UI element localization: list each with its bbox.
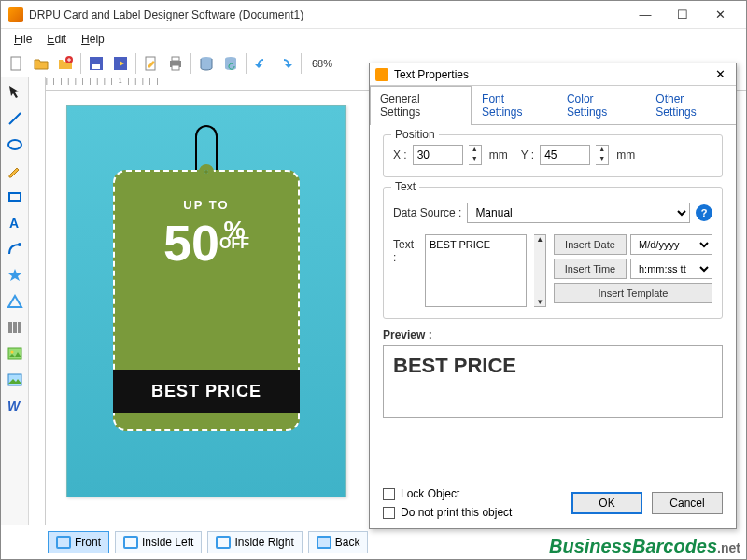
- svg-line-11: [9, 113, 21, 124]
- y-spinner[interactable]: ▲▼: [596, 145, 609, 165]
- tab-color-settings[interactable]: Color Settings: [557, 86, 645, 124]
- window-title: DRPU Card and Label Designer Software (D…: [29, 8, 627, 21]
- image-tool-icon[interactable]: [4, 343, 26, 365]
- menu-file[interactable]: File: [7, 31, 39, 48]
- tab-other-settings[interactable]: Other Settings: [645, 86, 736, 124]
- do-not-print-checkbox[interactable]: Do not print this object: [383, 506, 512, 519]
- menubar: File Edit Help: [1, 29, 746, 49]
- edit-doc-icon[interactable]: [140, 52, 162, 75]
- insert-template-button[interactable]: Insert Template: [554, 283, 712, 303]
- x-unit: mm: [489, 148, 508, 161]
- page-tabs: Front Inside Left Inside Right Back: [48, 531, 368, 553]
- wordart-tool-icon[interactable]: W: [4, 395, 26, 417]
- insert-time-button[interactable]: Insert Time: [554, 259, 627, 279]
- y-input[interactable]: [540, 145, 590, 165]
- position-legend: Position: [391, 128, 439, 141]
- dialog-tabs: General Settings Font Settings Color Set…: [370, 86, 736, 125]
- svg-point-23: [10, 351, 13, 354]
- svg-rect-8: [172, 65, 179, 70]
- new-doc-icon[interactable]: [6, 52, 28, 75]
- line-tool-icon[interactable]: [4, 107, 26, 130]
- lock-object-checkbox[interactable]: Lock Object: [383, 487, 512, 500]
- maximize-button[interactable]: ☐: [664, 2, 701, 28]
- datasource-select[interactable]: Manual: [467, 203, 690, 223]
- design-canvas[interactable]: UP TO 50%OFF BEST PRICE: [66, 105, 346, 497]
- pointer-tool-icon[interactable]: [4, 81, 26, 104]
- delete-icon[interactable]: [54, 52, 77, 75]
- svg-rect-24: [8, 374, 21, 385]
- date-format-select[interactable]: M/d/yyyy: [630, 234, 712, 255]
- time-format-select[interactable]: h:mm:ss tt: [630, 259, 712, 279]
- left-tool-palette: A W: [1, 77, 29, 525]
- page-tab-inside-left[interactable]: Inside Left: [115, 531, 202, 553]
- svg-text:W: W: [7, 399, 21, 413]
- preview-label: Preview :: [383, 329, 723, 342]
- barcode-tool-icon[interactable]: [4, 316, 26, 339]
- open-icon[interactable]: [30, 52, 52, 75]
- picture-tool-icon[interactable]: [4, 369, 26, 391]
- database-icon[interactable]: [195, 52, 218, 75]
- dialog-titlebar[interactable]: Text Properties ✕: [370, 63, 736, 86]
- menu-edit[interactable]: Edit: [39, 31, 74, 48]
- text-group: Text Data Source : Manual ? Text : ▲▼ In…: [383, 187, 723, 319]
- svg-rect-13: [9, 193, 21, 201]
- y-unit: mm: [616, 148, 635, 161]
- svg-text:A: A: [9, 216, 19, 231]
- svg-point-12: [8, 140, 21, 149]
- ellipse-tool-icon[interactable]: [4, 133, 26, 156]
- text-textarea[interactable]: [425, 234, 527, 307]
- page-tab-front[interactable]: Front: [48, 531, 109, 553]
- x-input[interactable]: [413, 145, 463, 165]
- datasource-label: Data Source :: [393, 206, 461, 219]
- svg-point-15: [18, 243, 21, 246]
- vertical-ruler: [29, 77, 46, 525]
- page-tab-inside-right[interactable]: Inside Right: [207, 531, 302, 553]
- close-button[interactable]: ✕: [701, 2, 739, 28]
- undo-icon[interactable]: [250, 52, 273, 75]
- print-icon[interactable]: [164, 52, 187, 75]
- help-icon[interactable]: ?: [696, 204, 712, 221]
- redo-icon[interactable]: [275, 52, 297, 75]
- watermark: BusinessBarcodes.net: [549, 536, 740, 557]
- triangle-tool-icon[interactable]: [4, 290, 26, 313]
- x-spinner[interactable]: ▲▼: [469, 145, 482, 165]
- x-label: X :: [393, 148, 407, 161]
- textarea-scrollbar[interactable]: ▲▼: [534, 234, 546, 307]
- y-label: Y :: [521, 148, 534, 161]
- zoom-level[interactable]: 68%: [308, 57, 336, 70]
- price-tag-graphic[interactable]: UP TO 50%OFF BEST PRICE: [113, 125, 300, 431]
- preview-box: BEST PRICE: [383, 345, 723, 418]
- minimize-button[interactable]: —: [627, 2, 664, 28]
- dialog-close-button[interactable]: ✕: [710, 67, 730, 81]
- star-tool-icon[interactable]: [4, 264, 26, 287]
- tab-font-settings[interactable]: Font Settings: [472, 86, 557, 124]
- position-group: Position X : ▲▼ mm Y : ▲▼ mm: [383, 134, 723, 177]
- text-label: Text :: [393, 234, 417, 307]
- svg-rect-7: [172, 57, 179, 61]
- insert-date-button[interactable]: Insert Date: [554, 234, 627, 255]
- svg-rect-22: [8, 348, 21, 359]
- page-tab-back[interactable]: Back: [308, 531, 369, 553]
- app-icon: [8, 7, 23, 22]
- menu-help[interactable]: Help: [74, 31, 112, 48]
- tab-general-settings[interactable]: General Settings: [370, 86, 472, 125]
- save-icon[interactable]: [85, 52, 107, 75]
- svg-rect-3: [92, 64, 100, 69]
- save-as-icon[interactable]: [109, 52, 132, 75]
- text-properties-dialog: Text Properties ✕ General Settings Font …: [369, 63, 737, 529]
- ok-button[interactable]: OK: [571, 492, 642, 514]
- tag-band: BEST PRICE: [113, 370, 300, 413]
- dialog-icon: [375, 68, 388, 81]
- arc-tool-icon[interactable]: [4, 238, 26, 260]
- pencil-tool-icon[interactable]: [4, 160, 26, 182]
- rect-tool-icon[interactable]: [4, 186, 26, 208]
- tag-discount-text: 50%OFF: [128, 217, 285, 268]
- cancel-button[interactable]: Cancel: [652, 492, 723, 514]
- text-legend: Text: [391, 180, 419, 193]
- dialog-title: Text Properties: [394, 68, 710, 81]
- window-titlebar: DRPU Card and Label Designer Software (D…: [1, 1, 746, 29]
- text-tool-icon[interactable]: A: [4, 212, 26, 234]
- svg-rect-0: [11, 57, 21, 70]
- database-refresh-icon[interactable]: [219, 52, 242, 75]
- tag-upto-text: UP TO: [128, 198, 285, 212]
